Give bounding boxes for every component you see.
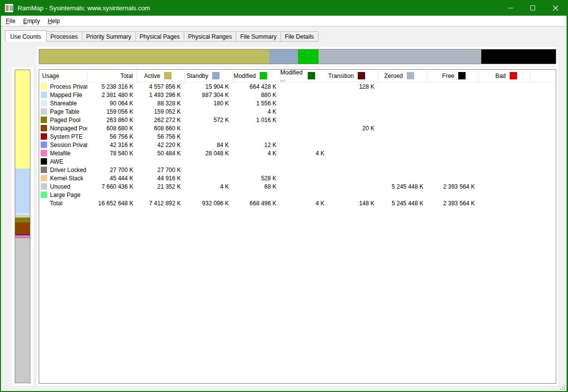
tab-physical-ranges[interactable]: Physical Ranges <box>184 31 236 42</box>
table-row-kernel-stack[interactable]: Kernel Stack45 444 K44 916 K528 K <box>39 174 556 182</box>
column-header-transition[interactable]: Transition <box>328 70 378 82</box>
modified-cell: 664 428 K <box>233 83 280 90</box>
table-row-total[interactable]: Total16 652 648 K7 412 892 K932 096 K668… <box>39 199 556 207</box>
standby-cell: 887 304 K <box>185 92 233 98</box>
transition-cell: 148 K <box>328 200 378 207</box>
memory-bar-horizontal-panel <box>37 47 558 66</box>
table-row-unused[interactable]: Unused7 660 436 K21 352 K4 K68 K5 245 44… <box>39 182 556 191</box>
usage-cell: Kernel Stack <box>39 175 87 182</box>
transition-cell: 20 K <box>328 125 378 132</box>
rammap-app-icon <box>5 4 13 12</box>
table-row-metafile[interactable]: Metafile78 540 K50 484 K28 048 K4 K4 K <box>39 149 556 157</box>
hbar-segment-modified <box>298 49 319 64</box>
usage-cell: Nonpaged Pool <box>39 125 87 132</box>
process-private-swatch <box>41 83 47 90</box>
memory-bar-vertical-panel <box>12 67 33 386</box>
menu-item-help[interactable]: Help <box>44 17 64 25</box>
tab-file-summary[interactable]: File Summary <box>236 31 281 42</box>
unused-swatch <box>41 183 47 190</box>
modified-cell: 1 016 K <box>233 117 280 123</box>
usage-label: Large Page <box>50 192 80 198</box>
modified-cell: 12 K <box>233 142 280 148</box>
use-counts-table: UsageTotalActiveStandbyModifiedModified … <box>39 69 556 384</box>
table-row-page-table[interactable]: Page Table159 056 K159 052 K4 K <box>39 107 556 116</box>
shareable-swatch <box>41 100 47 106</box>
column-header-active[interactable]: Active <box>137 70 185 82</box>
hbar-segment-active <box>39 49 269 64</box>
active-color-swatch <box>164 72 172 79</box>
table-row-shareable[interactable]: Shareable90 064 K88 328 K180 K1 556 K <box>39 99 556 107</box>
metafile-swatch <box>41 150 47 156</box>
total-cell: 42 316 K <box>87 142 137 148</box>
total-cell: 159 056 K <box>87 108 137 115</box>
column-header-label-modified-no-write: Modified ... <box>280 69 304 83</box>
active-cell: 608 660 K <box>137 125 185 132</box>
column-header-free[interactable]: Free <box>427 70 479 82</box>
session-private-swatch <box>41 142 47 148</box>
active-cell: 56 756 K <box>137 133 185 140</box>
table-row-nonpaged-pool[interactable]: Nonpaged Pool608 680 K608 660 K20 K <box>39 124 556 132</box>
column-header-modified-no-write[interactable]: Modified ... <box>280 70 328 82</box>
tab-processes[interactable]: Processes <box>46 31 82 42</box>
modified-cell: 4 K <box>233 150 280 157</box>
active-cell: 21 352 K <box>137 183 185 190</box>
usage-cell: Total <box>39 200 87 207</box>
total-cell: 56 756 K <box>87 133 137 140</box>
resize-grip[interactable] <box>559 384 566 390</box>
column-header-label-total: Total <box>121 73 133 79</box>
kernel-stack-swatch <box>41 175 47 181</box>
table-row-awe[interactable]: AWE <box>39 157 556 166</box>
column-header-zeroed[interactable]: Zeroed <box>378 70 427 82</box>
usage-label: Unused <box>50 183 70 190</box>
active-cell: 50 484 K <box>137 150 185 157</box>
column-header-total[interactable]: Total <box>87 70 137 82</box>
menu-item-file[interactable]: File <box>2 17 19 25</box>
icon-stripe-3 <box>10 5 11 11</box>
table-header-row: UsageTotalActiveStandbyModifiedModified … <box>39 70 556 82</box>
usage-cell: Page Table <box>39 108 87 115</box>
minimize-button[interactable] <box>499 0 521 16</box>
modified-cell: 528 K <box>233 175 280 182</box>
column-header-bad[interactable]: Bad <box>479 70 530 82</box>
active-cell: 1 493 296 K <box>137 92 185 98</box>
driver-locked-swatch <box>41 167 47 173</box>
menu-bar: FileEmptyHelp <box>1 16 567 26</box>
column-header-usage[interactable]: Usage <box>39 70 87 82</box>
close-button[interactable] <box>544 0 567 16</box>
column-header-modified[interactable]: Modified <box>233 70 280 82</box>
table-row-large-page[interactable]: Large Page <box>39 191 556 199</box>
table-row-session-private[interactable]: Session Private42 316 K42 220 K84 K12 K <box>39 141 556 149</box>
minimize-icon <box>508 8 513 8</box>
rammap-window: RamMap - Sysinternals: www.sysinternals.… <box>0 0 568 392</box>
usage-cell: Unused <box>39 183 87 190</box>
column-header-label-free: Free <box>442 73 454 79</box>
total-cell: 16 652 648 K <box>87 200 137 207</box>
close-icon <box>553 5 558 11</box>
system-pte-swatch <box>41 133 47 140</box>
usage-cell: System PTE <box>39 133 87 140</box>
total-cell: 90 064 K <box>87 100 137 107</box>
column-header-label-zeroed: Zeroed <box>384 73 403 79</box>
table-row-process-private[interactable]: Process Private5 238 316 K4 557 856 K15 … <box>39 82 556 91</box>
large-page-swatch <box>41 192 47 198</box>
usage-cell: Session Private <box>39 142 87 148</box>
active-cell: 27 700 K <box>137 167 185 173</box>
table-row-system-pte[interactable]: System PTE56 756 K56 756 K <box>39 132 556 141</box>
tab-file-details[interactable]: File Details <box>280 31 318 42</box>
modified_no_write-cell: 4 K <box>280 200 328 207</box>
page-table-swatch <box>41 108 47 115</box>
free-cell: 2 393 564 K <box>427 200 479 207</box>
tab-use-counts[interactable]: Use Counts <box>5 30 47 42</box>
icon-stripe-4 <box>12 5 13 11</box>
column-header-label-bad: Bad <box>495 73 506 79</box>
table-row-paged-pool[interactable]: Paged Pool263 860 K262 272 K572 K1 016 K <box>39 116 556 124</box>
maximize-button[interactable] <box>521 0 544 16</box>
menu-item-empty[interactable]: Empty <box>19 17 44 25</box>
tab-priority-summary[interactable]: Priority Summary <box>82 31 136 42</box>
paged-pool-swatch <box>41 117 47 123</box>
tab-physical-pages[interactable]: Physical Pages <box>135 31 184 42</box>
table-row-driver-locked[interactable]: Driver Locked27 700 K27 700 K <box>39 166 556 174</box>
column-header-standby[interactable]: Standby <box>185 70 233 82</box>
active-cell: 88 328 K <box>137 100 185 107</box>
table-row-mapped-file[interactable]: Mapped File2 381 480 K1 493 296 K887 304… <box>39 91 556 99</box>
